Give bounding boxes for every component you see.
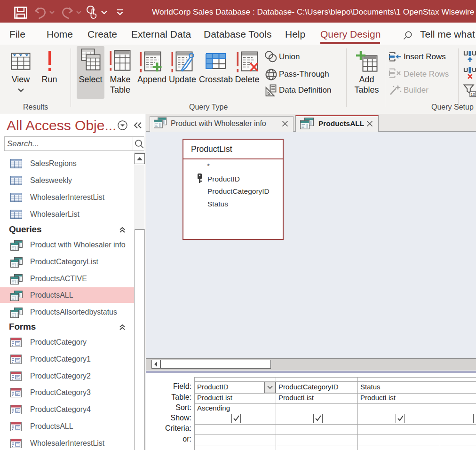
svg-text:10: 10	[470, 92, 475, 97]
